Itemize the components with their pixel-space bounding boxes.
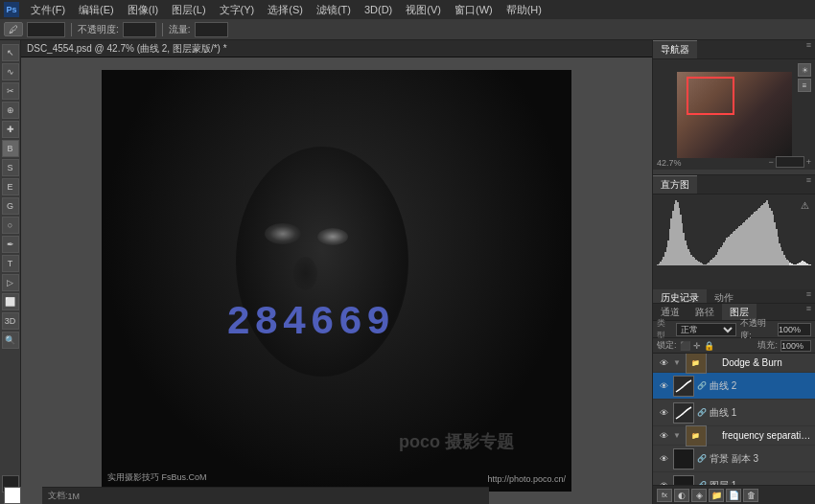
menu-item-图像(I)[interactable]: 图像(I) [122, 1, 164, 19]
layer-eye-0[interactable]: 👁 [657, 356, 670, 370]
layers-options: 类型 正常 不透明度: [653, 321, 815, 338]
layer-delete-btn[interactable]: 🗑 [743, 489, 758, 502]
layer-item-4[interactable]: 👁🔗背景 副本 3 [653, 446, 815, 472]
opacity-label: 不透明度: [78, 23, 119, 36]
layer-thumb-0: 📁 [686, 354, 707, 374]
layer-name-0: Dodge & Burn [722, 357, 811, 368]
tab-histogram[interactable]: 直方图 [653, 175, 697, 194]
tool-move[interactable]: ↖ [2, 44, 19, 61]
history-expand-btn[interactable]: ≡ [803, 289, 815, 303]
blend-mode-select[interactable]: 正常 [676, 323, 736, 336]
nav-zoom-controls: − 42.7% + [768, 156, 811, 168]
brush-size-input[interactable]: 250 [27, 22, 65, 37]
tool-gradient[interactable]: G [2, 197, 19, 215]
tool-3d[interactable]: 3D [2, 312, 19, 330]
tool-text[interactable]: T [2, 255, 19, 272]
tool-lasso[interactable]: ∿ [2, 63, 19, 80]
layer-item-2[interactable]: 👁🔗曲线 1 [653, 400, 815, 426]
menu-item-编辑(E)[interactable]: 编辑(E) [73, 1, 120, 19]
tab-actions[interactable]: 动作 [707, 289, 741, 303]
tool-zoom[interactable]: 🔍 [2, 332, 19, 349]
tool-brush[interactable]: B [2, 140, 19, 157]
layer-eye-2[interactable]: 👁 [657, 406, 670, 420]
histogram-expand-btn[interactable]: ≡ [803, 175, 815, 194]
poco-watermark: poco 摄影专题 [399, 430, 514, 453]
ps-logo: Ps [4, 2, 19, 17]
histogram-chart: ⚠ [657, 198, 811, 280]
flow-input[interactable]: 100% [195, 22, 228, 37]
menu-item-3D(D)[interactable]: 3D(D) [359, 2, 398, 17]
layer-eye-4[interactable]: 👁 [657, 452, 670, 466]
menu-item-滤镜(T)[interactable]: 滤镜(T) [311, 1, 357, 19]
nav-zoom-input[interactable]: 42.7% [776, 156, 804, 168]
histogram-content: ⚠ [653, 195, 815, 289]
tool-eyedropper[interactable]: ⊕ [2, 102, 19, 119]
layer-adjustment-btn[interactable]: ◈ [691, 489, 707, 502]
brush-tool-btn[interactable]: 🖊 [4, 22, 23, 36]
nav-zoom-out[interactable]: − [768, 157, 773, 167]
tool-clone[interactable]: S [2, 159, 19, 176]
nav-expand-btn[interactable]: ≡ [803, 40, 815, 58]
layer-item-5[interactable]: 👁🔗图层 1 [653, 472, 815, 485]
tool-crop[interactable]: ✂ [2, 82, 19, 100]
history-panel: 历史记录 动作 ≡ ✓▼动作 1✓胶片✓schaef✓auto1✓▼autosk… [653, 289, 815, 303]
layers-panel: 通道 路径 图层 ≡ 类型 正常 不透明度: 锁定: ⬛ ✛ 🔒 填充: [653, 303, 815, 504]
tool-eraser[interactable]: E [2, 178, 19, 195]
layer-fx-btn[interactable]: fx [657, 489, 672, 502]
status-info: 文档: [48, 490, 68, 502]
layers-expand-btn[interactable]: ≡ [803, 304, 815, 320]
fill-value-input[interactable] [780, 340, 811, 352]
menu-item-视图(V)[interactable]: 视图(V) [400, 1, 447, 19]
layer-group-arrow-0[interactable]: ▼ [673, 358, 681, 367]
canvas-number-overlay: 284669 [226, 300, 394, 346]
menu-item-文件(F)[interactable]: 文件(F) [25, 1, 71, 19]
menu-item-选择(S)[interactable]: 选择(S) [262, 1, 309, 19]
layers-tabs: 通道 路径 图层 ≡ [653, 304, 815, 321]
tool-shape[interactable]: ⬜ [2, 293, 19, 310]
nose-shadow [293, 257, 317, 290]
layer-group-btn[interactable]: 📁 [709, 489, 724, 502]
canvas-content[interactable]: 284669 实用摄影技巧 FsBus.CoM http://photo.poc… [21, 57, 652, 504]
layer-name-3: frequency separation [722, 430, 811, 441]
main-area: ↖ ∿ ✂ ⊕ ✚ B S E G ○ ✒ T ▷ ⬜ 3D 🔍 DSC_455… [0, 40, 815, 504]
layer-thumb-2 [673, 402, 694, 424]
layer-new-btn[interactable]: 📄 [726, 489, 741, 502]
nav-zoom-in[interactable]: + [806, 157, 811, 167]
tab-navigator[interactable]: 导航器 [653, 40, 697, 58]
layer-eye-1[interactable]: 👁 [657, 379, 670, 393]
menu-item-窗口(W)[interactable]: 窗口(W) [449, 1, 499, 19]
canvas-tab-title: DSC_4554.psd @ 42.7% (曲线 2, 图层蒙版/*) * [27, 42, 227, 56]
lock-pixel-btn[interactable]: ⬛ [680, 341, 690, 351]
tab-history[interactable]: 历史记录 [653, 289, 707, 303]
toolbar-separator-1 [71, 23, 72, 36]
layer-item-1[interactable]: 👁🔗曲线 2 [653, 373, 815, 400]
tool-heal[interactable]: ✚ [2, 121, 19, 138]
opacity-value-input[interactable] [778, 323, 811, 336]
watermark-left: 实用摄影技巧 FsBus.CoM [107, 471, 207, 484]
layer-thumb-5 [673, 475, 694, 486]
histogram-area: 直方图 ≡ ⚠ [653, 174, 815, 289]
menu-item-图层(L)[interactable]: 图层(L) [166, 1, 211, 19]
lock-all-btn[interactable]: 🔒 [704, 341, 714, 351]
tool-path[interactable]: ▷ [2, 274, 19, 291]
layer-group-arrow-3[interactable]: ▼ [673, 431, 681, 440]
lock-position-btn[interactable]: ✛ [693, 341, 701, 351]
layer-item-0[interactable]: 👁▼📁Dodge & Burn [653, 354, 815, 373]
nav-icon-menu[interactable]: ≡ [798, 79, 811, 92]
opacity-input[interactable]: 84% [123, 22, 156, 37]
menu-item-帮助(H)[interactable]: 帮助(H) [501, 1, 547, 19]
tool-dodge[interactable]: ○ [2, 217, 19, 234]
tool-background-color[interactable] [4, 487, 21, 504]
menu-item-文字(Y)[interactable]: 文字(Y) [214, 1, 261, 19]
canvas-tab[interactable]: DSC_4554.psd @ 42.7% (曲线 2, 图层蒙版/*) * [21, 40, 652, 57]
layer-item-3[interactable]: 👁▼📁frequency separation [653, 426, 815, 446]
histogram-warning-icon[interactable]: ⚠ [801, 200, 809, 211]
tab-paths[interactable]: 路径 [687, 304, 722, 320]
layer-eye-3[interactable]: 👁 [657, 429, 670, 443]
histogram-tabs: 直方图 ≡ [653, 175, 815, 195]
layer-mask-btn[interactable]: ◐ [674, 489, 689, 502]
nav-icon-sun[interactable]: ☀ [798, 63, 811, 77]
tool-pen[interactable]: ✒ [2, 236, 19, 253]
layer-link-2: 🔗 [697, 408, 707, 417]
lock-label: 锁定: [657, 339, 677, 352]
